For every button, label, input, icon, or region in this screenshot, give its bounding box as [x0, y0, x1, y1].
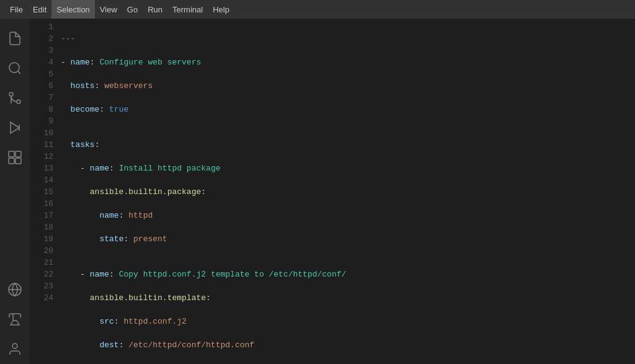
svg-line-1 — [18, 71, 20, 74]
menu-run[interactable]: Run — [143, 0, 167, 19]
menu-file[interactable]: File — [5, 0, 28, 19]
run-debug-icon[interactable] — [0, 113, 30, 143]
menu-terminal[interactable]: Terminal — [167, 0, 208, 19]
svg-point-12 — [12, 344, 17, 348]
source-control-icon[interactable] — [0, 83, 30, 113]
menu-bar: File Edit Selection View Go Run Terminal… — [0, 0, 635, 19]
svg-rect-7 — [16, 151, 21, 157]
accounts-icon[interactable] — [0, 334, 30, 364]
remote-explorer-icon[interactable] — [0, 275, 30, 304]
svg-point-0 — [9, 63, 19, 73]
activity-bar — [0, 19, 30, 364]
svg-marker-4 — [11, 122, 19, 133]
main-area: 123456 789101112 131415161718 1920212223… — [0, 19, 635, 364]
explorer-icon[interactable] — [0, 24, 30, 53]
menu-view[interactable]: View — [95, 0, 122, 19]
menu-go[interactable]: Go — [122, 0, 143, 19]
testing-icon[interactable] — [0, 304, 30, 334]
svg-rect-8 — [9, 158, 14, 164]
menu-help[interactable]: Help — [208, 0, 234, 19]
extensions-icon[interactable] — [0, 143, 30, 172]
menu-selection[interactable]: Selection — [51, 0, 94, 19]
svg-rect-9 — [16, 158, 21, 164]
editor: 123456 789101112 131415161718 1920212223… — [30, 19, 635, 364]
svg-point-3 — [9, 92, 13, 96]
code-container[interactable]: 123456 789101112 131415161718 1920212223… — [30, 19, 635, 364]
menu-edit[interactable]: Edit — [28, 0, 51, 19]
code-editor[interactable]: --- - name: Configure web servers hosts:… — [61, 21, 635, 362]
svg-point-2 — [17, 100, 20, 104]
search-icon[interactable] — [0, 53, 30, 83]
svg-rect-6 — [9, 151, 14, 157]
line-numbers: 123456 789101112 131415161718 1920212223… — [30, 21, 61, 362]
